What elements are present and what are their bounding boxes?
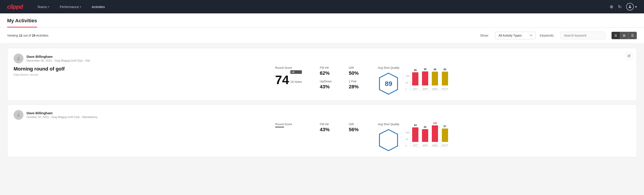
stat-1putt-label: 1 Putt [349,80,369,83]
bar-putt: 89 PUTT [442,68,448,90]
stat-updown-value: 43% [320,84,340,90]
bar-putt-bar-2 [442,128,448,142]
y-axis-50: 50 [406,82,410,84]
edit-button[interactable] [625,52,633,60]
bar-app-bar-2 [422,129,428,142]
bar-ott: 85 OTT [412,69,418,90]
user-meta: December 05, 2021 - Gog Magog Golf Club … [26,59,90,62]
holes-label: 18 Holes [290,80,302,84]
app-logo[interactable]: clippd [7,3,23,10]
bar-arg-value-2: 106 [433,122,437,124]
nav-right: ⊕ ↻ ▾ [610,3,637,10]
card-header: Dave Billingham December 05, 2021 - Gog … [14,54,630,63]
shot-quality-section-2: Avg Shot Quality 100 50 [378,122,630,152]
user-info: Dave Billingham December 05, 2021 - Gog … [26,55,90,62]
user-name-2: Dave Billingham [26,111,98,115]
y-axis-0: 0 [406,88,410,90]
bar-ott-2: 94 OTT [412,124,418,147]
stat-1putt-value: 28% [349,84,369,90]
bar-app-value-2: 82 [424,126,426,128]
view-list-button[interactable]: ☰ [612,32,620,39]
bar-putt-value-2: 87 [444,125,446,128]
score-big: 74 [275,74,289,86]
activity-card-2: Dave Billingham October 16, 2021 - Gog M… [7,104,637,157]
bar-chart-container: 100 50 0 85 OTT [406,66,448,90]
y-axis-2: 100 50 0 [406,132,410,147]
bar-ott-bar [412,72,418,86]
stat-fw-hit-2: FW Hit 43% [320,122,340,132]
nav-activities[interactable]: Activities [90,4,107,10]
stat-gir-value: 50% [349,70,369,76]
avg-shot-quality-label: Avg Shot Quality [378,66,400,70]
bar-app-value: 90 [424,68,426,70]
stat-gir-value-2: 56% [349,127,369,132]
filter-bar: Viewing 12 out of 29 Activities Show: Al… [0,28,644,44]
nav-teams[interactable]: Teams ▾ [36,4,51,10]
stat-gir-2: GIR 56% [349,122,369,132]
avatar [626,3,634,10]
stat-fw-hit-value-2: 43% [320,127,340,132]
navbar: clippd Teams ▾ Performance ▾ Activities … [0,0,644,14]
score-dash [275,127,284,128]
svg-point-1 [18,57,19,58]
bar-arg: 89 ARG [432,68,438,90]
bar-app-2: 82 APP [422,126,428,147]
bar-putt-2: 87 PUTT [442,125,448,147]
card-info: Morning round of golf Data Source: Arcco… [14,66,266,76]
viewing-count-text: Viewing 12 out of 29 Activities [7,34,476,37]
user-menu[interactable]: ▾ [626,3,637,10]
y-axis-0-2: 0 [406,144,410,147]
bar-ott-bar-2 [412,128,418,142]
refresh-icon[interactable]: ↻ [618,4,622,9]
round-score-section-2: Round Score [275,122,311,130]
hexagon-container-2 [378,128,400,152]
bar-ott-value: 85 [414,69,416,72]
card-header-2: Dave Billingham October 16, 2021 - Gog M… [14,110,630,120]
user-chevron-icon: ▾ [635,5,637,9]
stats-col-1-2: FW Hit 43% [320,122,340,132]
bar-ott-label: OTT [413,88,418,90]
stat-fw-hit: FW Hit 62% [320,66,340,76]
stats-col-2-2: GIR 56% [349,122,369,132]
stat-gir-label: GIR [349,66,369,70]
bar-putt-label: PUTT [442,88,448,90]
performance-chevron-icon: ▾ [80,6,81,8]
bar-putt-bar [442,72,448,86]
round-score-section: Round Score 74 +4 18 Holes [275,66,311,86]
bar-arg-bar [432,72,438,86]
activity-type-select[interactable]: All Activity Types [495,32,535,39]
page-title: My Activities [7,18,37,28]
bar-arg-value: 89 [434,68,436,71]
shot-quality-left: Avg Shot Quality 89 [378,66,400,95]
card-body-2: Round Score FW Hit 43% GIR 56% [14,122,630,152]
stat-fw-hit-label: FW Hit [320,66,340,70]
data-source: Data Source: Arccos [14,73,266,76]
add-icon[interactable]: ⊕ [610,4,614,9]
view-compact-button[interactable]: ☰ [628,32,637,39]
stat-gir: GIR 50% [349,66,369,76]
round-score-label: Round Score [275,66,311,70]
bar-arg-2: 106 ARG [432,122,438,147]
page-header: My Activities [0,14,644,28]
card-stats-2: FW Hit 43% GIR 56% [320,122,369,132]
view-grid-button[interactable]: ⊞ [620,32,628,39]
keywords-label: Keywords: [540,34,554,37]
hexagon: 89 [378,72,398,95]
stat-1putt: 1 Putt 28% [349,80,369,90]
avatar-2 [14,110,24,120]
svg-point-2 [18,113,19,115]
y-axis-100-2: 100 [406,132,410,134]
stat-updown-label: Up/Down [320,80,340,83]
round-score-value: 74 +4 18 Holes [275,70,311,86]
card-stats: FW Hit 62% Up/Down 43% GIR 50% [320,66,369,90]
search-input[interactable] [560,32,605,39]
main-content: Dave Billingham December 05, 2021 - Gog … [0,44,644,165]
bar-app-label-2: APP [423,144,428,147]
avatar [14,54,24,63]
bar-chart-container-2: 100 50 0 94 OTT 82 [406,122,448,147]
nav-performance[interactable]: Performance ▾ [58,4,83,10]
bar-ott-label-2: OTT [413,144,418,147]
stat-fw-hit-value: 62% [320,70,340,76]
hexagon-container: 89 [378,72,400,95]
bar-putt-label-2: PUTT [442,144,448,147]
